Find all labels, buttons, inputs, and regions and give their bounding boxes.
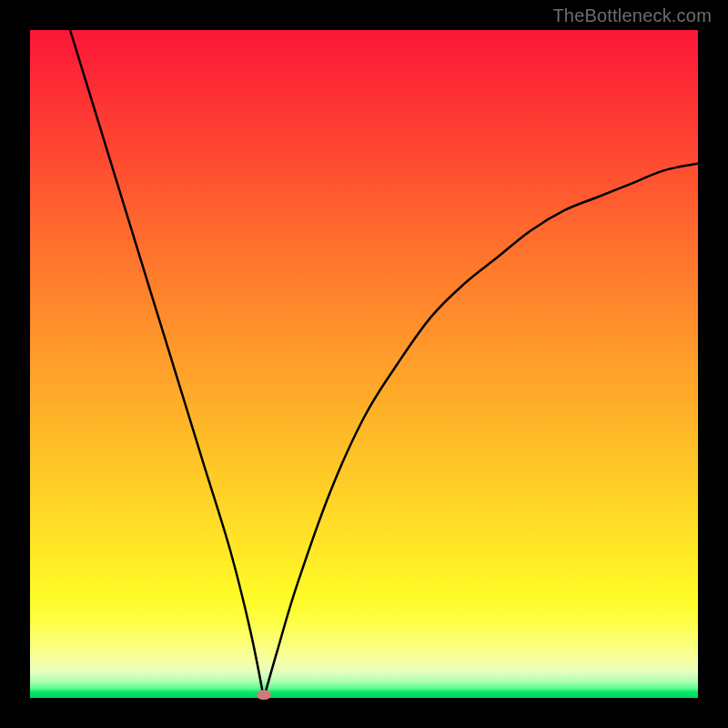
optimal-point-marker xyxy=(257,690,271,700)
watermark-text: TheBottleneck.com xyxy=(552,5,712,26)
frame-bottom xyxy=(0,698,728,728)
bottleneck-curve xyxy=(30,30,698,698)
frame-right xyxy=(698,0,728,728)
curve-path xyxy=(70,30,698,698)
frame-left xyxy=(0,0,30,728)
